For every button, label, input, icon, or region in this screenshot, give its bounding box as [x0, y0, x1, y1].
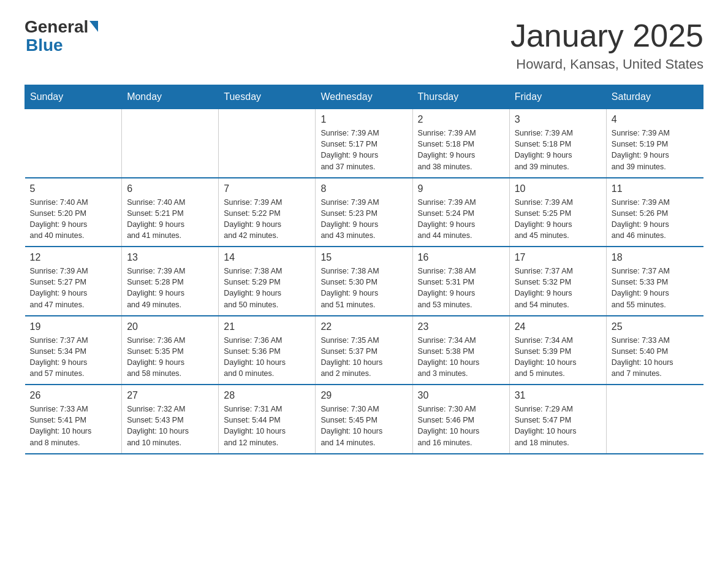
day-number: 3 — [515, 114, 601, 125]
day-info: Sunrise: 7:36 AM Sunset: 5:36 PM Dayligh… — [224, 335, 310, 380]
calendar-cell: 20Sunrise: 7:36 AM Sunset: 5:35 PM Dayli… — [122, 316, 219, 385]
day-number: 8 — [320, 183, 407, 194]
day-info: Sunrise: 7:35 AM Sunset: 5:37 PM Dayligh… — [320, 335, 407, 380]
day-info: Sunrise: 7:38 AM Sunset: 5:29 PM Dayligh… — [224, 266, 310, 310]
day-info: Sunrise: 7:37 AM Sunset: 5:33 PM Dayligh… — [612, 266, 699, 310]
day-info: Sunrise: 7:36 AM Sunset: 5:35 PM Dayligh… — [127, 335, 213, 380]
day-info: Sunrise: 7:38 AM Sunset: 5:30 PM Dayligh… — [320, 266, 407, 310]
calendar-cell: 26Sunrise: 7:33 AM Sunset: 5:41 PM Dayli… — [25, 385, 122, 454]
calendar-cell: 22Sunrise: 7:35 AM Sunset: 5:37 PM Dayli… — [316, 316, 412, 385]
calendar-cell: 2Sunrise: 7:39 AM Sunset: 5:18 PM Daylig… — [412, 109, 509, 178]
calendar-cell: 23Sunrise: 7:34 AM Sunset: 5:38 PM Dayli… — [412, 316, 509, 385]
calendar-week-5: 26Sunrise: 7:33 AM Sunset: 5:41 PM Dayli… — [25, 385, 703, 454]
day-info: Sunrise: 7:39 AM Sunset: 5:17 PM Dayligh… — [320, 128, 407, 172]
day-info: Sunrise: 7:39 AM Sunset: 5:27 PM Dayligh… — [30, 266, 117, 310]
calendar-cell: 3Sunrise: 7:39 AM Sunset: 5:18 PM Daylig… — [509, 109, 606, 178]
calendar-cell: 10Sunrise: 7:39 AM Sunset: 5:25 PM Dayli… — [509, 178, 606, 247]
day-info: Sunrise: 7:39 AM Sunset: 5:22 PM Dayligh… — [224, 197, 310, 242]
calendar-cell: 12Sunrise: 7:39 AM Sunset: 5:27 PM Dayli… — [25, 247, 122, 316]
day-number: 18 — [612, 252, 699, 263]
day-number: 5 — [30, 183, 117, 194]
day-number: 27 — [127, 390, 213, 401]
day-number: 15 — [320, 252, 407, 263]
day-info: Sunrise: 7:39 AM Sunset: 5:25 PM Dayligh… — [515, 197, 601, 242]
calendar-location: Howard, Kansas, United States — [510, 56, 703, 72]
logo: General Blue — [25, 18, 98, 55]
logo-arrow-icon — [89, 21, 98, 32]
header-thursday: Thursday — [412, 85, 509, 109]
calendar-cell: 27Sunrise: 7:32 AM Sunset: 5:43 PM Dayli… — [122, 385, 219, 454]
calendar-cell: 13Sunrise: 7:39 AM Sunset: 5:28 PM Dayli… — [122, 247, 219, 316]
calendar-title: January 2025 — [510, 18, 703, 53]
day-number: 13 — [127, 252, 213, 263]
calendar-cell: 18Sunrise: 7:37 AM Sunset: 5:33 PM Dayli… — [606, 247, 703, 316]
day-number: 28 — [224, 390, 310, 401]
calendar-cell — [219, 109, 316, 178]
header-monday: Monday — [122, 85, 219, 109]
day-info: Sunrise: 7:29 AM Sunset: 5:47 PM Dayligh… — [515, 404, 601, 448]
calendar-table: SundayMondayTuesdayWednesdayThursdayFrid… — [25, 85, 703, 454]
day-number: 10 — [515, 183, 601, 194]
calendar-cell: 19Sunrise: 7:37 AM Sunset: 5:34 PM Dayli… — [25, 316, 122, 385]
day-info: Sunrise: 7:37 AM Sunset: 5:34 PM Dayligh… — [30, 335, 117, 380]
day-info: Sunrise: 7:40 AM Sunset: 5:21 PM Dayligh… — [127, 197, 213, 242]
calendar-cell: 29Sunrise: 7:30 AM Sunset: 5:45 PM Dayli… — [316, 385, 412, 454]
day-number: 1 — [320, 114, 407, 125]
calendar-cell: 31Sunrise: 7:29 AM Sunset: 5:47 PM Dayli… — [509, 385, 606, 454]
day-info: Sunrise: 7:39 AM Sunset: 5:24 PM Dayligh… — [418, 197, 504, 242]
day-info: Sunrise: 7:34 AM Sunset: 5:39 PM Dayligh… — [515, 335, 601, 380]
day-number: 7 — [224, 183, 310, 194]
header-friday: Friday — [509, 85, 606, 109]
day-info: Sunrise: 7:30 AM Sunset: 5:46 PM Dayligh… — [418, 404, 504, 448]
day-number: 20 — [127, 321, 213, 332]
calendar-cell: 8Sunrise: 7:39 AM Sunset: 5:23 PM Daylig… — [316, 178, 412, 247]
day-number: 30 — [418, 390, 504, 401]
day-info: Sunrise: 7:38 AM Sunset: 5:31 PM Dayligh… — [418, 266, 504, 310]
day-info: Sunrise: 7:39 AM Sunset: 5:18 PM Dayligh… — [418, 128, 504, 172]
day-number: 24 — [515, 321, 601, 332]
calendar-cell: 17Sunrise: 7:37 AM Sunset: 5:32 PM Dayli… — [509, 247, 606, 316]
day-number: 26 — [30, 390, 117, 401]
page-header: General Blue January 2025 Howard, Kansas… — [25, 18, 703, 72]
logo-blue-text: Blue — [25, 36, 63, 55]
calendar-week-3: 12Sunrise: 7:39 AM Sunset: 5:27 PM Dayli… — [25, 247, 703, 316]
day-number: 22 — [320, 321, 407, 332]
day-info: Sunrise: 7:34 AM Sunset: 5:38 PM Dayligh… — [418, 335, 504, 380]
calendar-cell: 30Sunrise: 7:30 AM Sunset: 5:46 PM Dayli… — [412, 385, 509, 454]
day-info: Sunrise: 7:40 AM Sunset: 5:20 PM Dayligh… — [30, 197, 117, 242]
calendar-week-4: 19Sunrise: 7:37 AM Sunset: 5:34 PM Dayli… — [25, 316, 703, 385]
calendar-cell: 11Sunrise: 7:39 AM Sunset: 5:26 PM Dayli… — [606, 178, 703, 247]
calendar-header-row: SundayMondayTuesdayWednesdayThursdayFrid… — [25, 85, 703, 109]
logo-general-text: General — [25, 18, 88, 36]
calendar-cell — [606, 385, 703, 454]
calendar-cell: 1Sunrise: 7:39 AM Sunset: 5:17 PM Daylig… — [316, 109, 412, 178]
calendar-cell: 9Sunrise: 7:39 AM Sunset: 5:24 PM Daylig… — [412, 178, 509, 247]
day-info: Sunrise: 7:32 AM Sunset: 5:43 PM Dayligh… — [127, 404, 213, 448]
calendar-cell: 4Sunrise: 7:39 AM Sunset: 5:19 PM Daylig… — [606, 109, 703, 178]
day-info: Sunrise: 7:33 AM Sunset: 5:40 PM Dayligh… — [612, 335, 699, 380]
day-number: 25 — [612, 321, 699, 332]
calendar-cell: 25Sunrise: 7:33 AM Sunset: 5:40 PM Dayli… — [606, 316, 703, 385]
calendar-week-1: 1Sunrise: 7:39 AM Sunset: 5:17 PM Daylig… — [25, 109, 703, 178]
calendar-cell: 14Sunrise: 7:38 AM Sunset: 5:29 PM Dayli… — [219, 247, 316, 316]
day-number: 12 — [30, 252, 117, 263]
day-info: Sunrise: 7:33 AM Sunset: 5:41 PM Dayligh… — [30, 404, 117, 448]
calendar-cell: 21Sunrise: 7:36 AM Sunset: 5:36 PM Dayli… — [219, 316, 316, 385]
calendar-week-2: 5Sunrise: 7:40 AM Sunset: 5:20 PM Daylig… — [25, 178, 703, 247]
day-info: Sunrise: 7:31 AM Sunset: 5:44 PM Dayligh… — [224, 404, 310, 448]
day-info: Sunrise: 7:39 AM Sunset: 5:23 PM Dayligh… — [320, 197, 407, 242]
title-section: January 2025 Howard, Kansas, United Stat… — [510, 18, 703, 72]
day-number: 14 — [224, 252, 310, 263]
calendar-cell: 5Sunrise: 7:40 AM Sunset: 5:20 PM Daylig… — [25, 178, 122, 247]
day-number: 29 — [320, 390, 407, 401]
day-number: 6 — [127, 183, 213, 194]
header-saturday: Saturday — [606, 85, 703, 109]
calendar-cell: 28Sunrise: 7:31 AM Sunset: 5:44 PM Dayli… — [219, 385, 316, 454]
calendar-cell — [25, 109, 122, 178]
day-info: Sunrise: 7:39 AM Sunset: 5:26 PM Dayligh… — [612, 197, 699, 242]
day-number: 4 — [612, 114, 699, 125]
header-sunday: Sunday — [25, 85, 122, 109]
day-number: 2 — [418, 114, 504, 125]
header-tuesday: Tuesday — [219, 85, 316, 109]
calendar-cell: 6Sunrise: 7:40 AM Sunset: 5:21 PM Daylig… — [122, 178, 219, 247]
